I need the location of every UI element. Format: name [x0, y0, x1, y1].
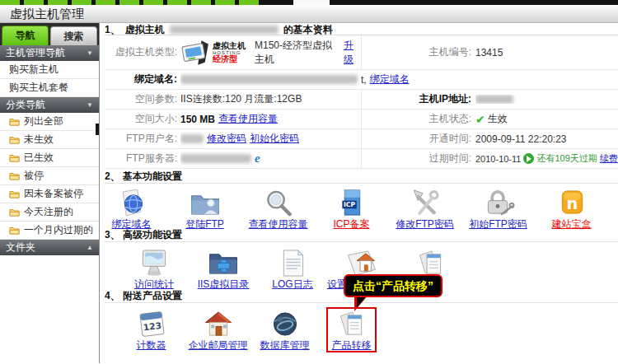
host-type-value: M150-经济型虚拟主机	[255, 39, 340, 67]
ie-browser-icon[interactable]: e	[255, 152, 260, 166]
icp-document-icon	[335, 189, 368, 217]
bind-domain-link[interactable]: 绑定域名	[370, 72, 410, 86]
callout-bubble: 点击“产品转移”	[344, 274, 442, 297]
folder-plus-icon	[207, 250, 240, 277]
open-time-value: 2009-09-11 22:20:23	[475, 133, 567, 145]
tab-strip-green-segments	[0, 0, 262, 5]
redacted-ftp-server	[180, 154, 251, 163]
tab-strip-active-segment	[293, 0, 330, 5]
sidebar-tabs: 导航 搜索	[0, 23, 99, 45]
sidebar-item-expiring-in-month[interactable]: 一个月内过期的	[0, 222, 99, 240]
redacted-host-name	[170, 26, 279, 34]
folder-user-icon	[189, 189, 222, 217]
table-row: FTP用户名: 修改密码 初始化密码 开通时间: 2009-09-11 22:2…	[105, 129, 618, 149]
view-usage-link[interactable]: 查看使用容量	[218, 112, 278, 126]
mail-office-item[interactable]: 企业邮局管理	[185, 310, 251, 351]
sidebar-item-buy-new-host[interactable]: 购买新主机	[0, 61, 99, 79]
folder-icon	[9, 117, 20, 126]
green-arrow-icon	[523, 153, 534, 164]
sidebar-item-inactive[interactable]: 未生效	[0, 131, 99, 149]
space-param-value: IIS连接数:120 月流量:12GB	[180, 92, 302, 106]
documents-icon	[335, 310, 368, 338]
monitor-icon	[138, 250, 171, 277]
main-content: 1、 虚拟主机 的基本资料 虚拟主机类型: 虚拟主机 HOSTING 经济型	[100, 23, 618, 363]
sidebar-group-host-management[interactable]: 主机管理导航 ▼	[0, 45, 99, 61]
database-globe-icon	[269, 310, 302, 338]
redacted-ftp-user	[180, 134, 204, 143]
section2-title: 2、 基本功能设置	[105, 171, 618, 184]
orange-n-box-icon	[555, 189, 588, 217]
init-password-link[interactable]: 初始化密码	[250, 132, 299, 146]
change-password-link[interactable]: 修改密码	[207, 132, 246, 146]
expire-note: 还有109天过期	[536, 152, 597, 165]
visit-stats-item[interactable]: 访问统计	[119, 250, 189, 290]
chevron-up-icon: ▲	[87, 244, 93, 251]
sidebar-item-list-all[interactable]: 列出全部	[0, 113, 99, 131]
tab-search[interactable]: 搜索	[50, 26, 97, 45]
renew-link[interactable]: 续费	[600, 152, 618, 165]
folder-icon	[9, 189, 20, 198]
chevron-down-icon: ▼	[87, 101, 93, 109]
sitebuilder-box-item[interactable]: 建站宝盒	[535, 189, 608, 230]
home-disk-icon	[345, 250, 378, 277]
tab-navigation[interactable]: 导航	[2, 26, 49, 45]
hosting-monitor-icon	[180, 40, 210, 66]
redacted-ip	[475, 95, 513, 104]
table-row: FTP服务器: e 过期时间: 2010-10-11 还有109天过期 续费	[105, 149, 618, 169]
tools-icon	[409, 189, 442, 217]
product-transfer-item[interactable]: 产品转移	[318, 310, 385, 351]
change-ftp-password-item[interactable]: 修改FTP密码	[388, 189, 461, 230]
database-item[interactable]: 数据库管理	[251, 310, 318, 351]
folder-icon	[9, 153, 20, 162]
status-value: 生效	[488, 112, 508, 126]
counter-item[interactable]: 计数器	[118, 310, 185, 351]
folder-icon	[9, 171, 20, 180]
table-row: 虚拟主机类型: 虚拟主机 HOSTING 经济型 M150-经济型虚拟主机 升级…	[105, 35, 618, 70]
sidebar-group-folders[interactable]: 文件夹 ▲	[0, 240, 99, 255]
sidebar-item-buy-host-plan[interactable]: 购买主机套餐	[0, 79, 99, 97]
counter-123-icon	[135, 310, 168, 338]
documents-icon	[414, 250, 447, 277]
padlock-icon	[482, 189, 515, 217]
view-usage-item[interactable]: 查看使用容量	[241, 189, 315, 230]
section3-title: 3、 高级功能设置	[105, 230, 618, 242]
sidebar-collapse-handle[interactable]	[96, 124, 99, 135]
ftp-login-item[interactable]: 登陆FTP	[168, 189, 241, 230]
redacted-domain	[180, 75, 358, 84]
table-row: 空间参数: IIS连接数:120 月流量:12GB 主机IP地址:	[105, 90, 618, 110]
sidebar-group-categories[interactable]: 分类导航 ▼	[0, 97, 99, 113]
folder-icon	[9, 135, 20, 144]
sidebar: 导航 搜索 主机管理导航 ▼ 购买新主机 购买主机套餐 分类导航 ▼ 列出全部 …	[0, 23, 100, 363]
iis-virtual-dir-item[interactable]: IIS虚拟目录	[189, 250, 258, 290]
host-type-logo: 虚拟主机 HOSTING 经济型	[180, 40, 251, 66]
sidebar-item-registered-today[interactable]: 今天注册的	[0, 203, 99, 222]
host-id-value: 13415	[475, 47, 503, 58]
log-document-icon	[276, 250, 309, 277]
sidebar-item-suspended-no-icp[interactable]: 因未备案被停	[0, 185, 99, 203]
house-icon	[202, 310, 235, 338]
folder-icon	[9, 226, 20, 235]
space-size-value: 150 MB	[180, 114, 215, 125]
table-row: 绑定域名: t, 绑定域名	[105, 70, 618, 90]
chevron-down-icon: ▼	[87, 49, 93, 57]
upgrade-link[interactable]: 升级	[344, 39, 361, 67]
host-info-table: 虚拟主机类型: 虚拟主机 HOSTING 经济型 M150-经济型虚拟主机 升级…	[105, 35, 618, 169]
section1-title: 1、 虚拟主机 的基本资料	[105, 23, 618, 35]
browser-tab-strip	[0, 0, 618, 5]
table-row: 空间大小: 150 MB 查看使用容量 主机状态: ✔ 生效	[105, 110, 618, 129]
check-icon: ✔	[475, 114, 485, 125]
sidebar-item-active[interactable]: 已生效	[0, 149, 99, 167]
basic-functions-row: 绑定域名 登陆FTP 查看使用容量 ICP备案 修改FTP密码 初始FTP密码	[95, 184, 618, 230]
expire-date-value: 2010-10-11	[475, 154, 521, 164]
bind-domain-item[interactable]: 绑定域名	[95, 189, 168, 230]
init-ftp-password-item[interactable]: 初始FTP密码	[461, 189, 535, 230]
page-title: 虚拟主机管理	[0, 5, 618, 23]
log-item[interactable]: LOG日志	[258, 250, 327, 290]
sidebar-item-suspended[interactable]: 被停	[0, 167, 99, 185]
folder-icon	[9, 208, 20, 217]
icp-record-item[interactable]: ICP备案	[315, 189, 388, 230]
globe-document-icon	[115, 189, 148, 217]
magnifier-icon	[262, 189, 295, 217]
